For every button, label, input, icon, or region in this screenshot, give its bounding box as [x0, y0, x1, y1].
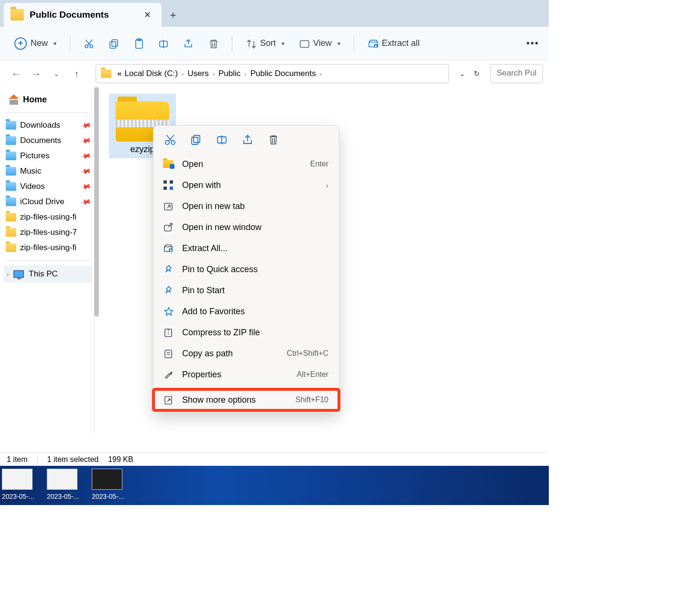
new-button[interactable]: + New ▾ — [10, 34, 61, 53]
svg-rect-11 — [194, 135, 200, 143]
menu-item-add-favorites[interactable]: Add to Favorites — [153, 301, 339, 322]
sidebar-item-documents[interactable]: Documents📌 — [4, 133, 92, 148]
view-button[interactable]: View ▾ — [294, 35, 345, 52]
sidebar-item-pictures[interactable]: Pictures📌 — [4, 148, 92, 164]
menu-label: Add to Favorites — [182, 307, 328, 317]
breadcrumb-segment[interactable]: Local Disk (C:) — [124, 69, 177, 78]
pin-icon: 📌 — [80, 119, 92, 132]
refresh-button[interactable]: ↻ — [474, 69, 480, 78]
menu-item-open-with[interactable]: Open with › — [153, 175, 339, 196]
menu-item-pin-start[interactable]: Pin to Start — [153, 280, 339, 301]
up-button[interactable]: ↑ — [70, 68, 83, 79]
menu-hint: Ctrl+Shift+C — [287, 349, 328, 358]
menu-item-show-more-options[interactable]: Show more options Shift+F10 — [153, 389, 339, 410]
paste-button[interactable] — [129, 35, 149, 52]
sidebar-label: Music — [20, 166, 41, 176]
menu-hint: Shift+F10 — [295, 396, 328, 404]
cut-button[interactable] — [164, 133, 176, 146]
menu-label: Open in new window — [182, 222, 328, 232]
folder-icon — [6, 243, 16, 252]
folder-icon — [6, 121, 16, 130]
address-bar[interactable]: « Local Disk (C:) › Users › Public › Pub… — [96, 64, 449, 83]
sidebar-item-videos[interactable]: Videos📌 — [4, 179, 92, 194]
rename-button[interactable] — [216, 133, 228, 146]
breadcrumb-segment[interactable]: Users — [187, 69, 208, 78]
taskbar-thumbnail[interactable] — [2, 469, 33, 490]
pin-icon: 📌 — [80, 196, 92, 208]
sidebar-home[interactable]: Home — [4, 92, 92, 108]
sidebar-item-folder[interactable]: zip-files-using-7 — [4, 225, 92, 240]
breadcrumb-segment[interactable]: Public Documents — [250, 69, 316, 78]
menu-item-open-new-tab[interactable]: Open in new tab — [153, 196, 339, 217]
view-label: View — [313, 38, 332, 48]
menu-item-open-new-window[interactable]: Open in new window — [153, 217, 339, 238]
extract-all-button[interactable]: Extract all — [363, 35, 425, 52]
chevron-right-icon: › — [181, 70, 185, 77]
sidebar-item-icloud[interactable]: iCloud Drive📌 — [4, 194, 92, 209]
recent-button[interactable]: ⌄ — [50, 70, 63, 77]
active-tab[interactable]: Public Documents ✕ — [4, 3, 162, 27]
menu-item-compress-zip[interactable]: Compress to ZIP file — [153, 322, 339, 343]
taskbar-thumbnail[interactable] — [92, 469, 122, 490]
menu-label: Pin to Quick access — [182, 264, 328, 275]
view-icon — [299, 38, 309, 49]
copy-path-icon — [163, 348, 174, 359]
menu-hint: Enter — [310, 160, 328, 168]
rename-icon — [158, 38, 169, 49]
add-tab-button[interactable]: ＋ — [162, 3, 185, 27]
tab-close-icon[interactable]: ✕ — [140, 10, 155, 20]
menu-label: Open with — [182, 180, 318, 190]
search-input[interactable]: Search Pul — [490, 64, 543, 83]
chevron-down-icon: ▾ — [282, 40, 284, 47]
chevron-right-icon: › — [326, 181, 328, 189]
delete-button[interactable] — [267, 133, 280, 146]
share-icon — [242, 134, 253, 145]
svg-rect-18 — [165, 350, 172, 358]
menu-label: Pin to Start — [182, 286, 328, 296]
breadcrumb-segment[interactable]: Public — [218, 69, 240, 78]
sidebar-item-thispc[interactable]: › This PC — [4, 265, 92, 283]
back-button[interactable]: ← — [10, 68, 23, 79]
svg-point-9 — [165, 141, 169, 144]
address-overflow: « — [117, 69, 121, 78]
sort-label: Sort — [260, 38, 276, 48]
home-icon — [9, 95, 19, 105]
copy-button[interactable] — [104, 35, 124, 52]
copy-icon — [109, 38, 119, 49]
menu-label: Show more options — [182, 395, 288, 405]
zip-icon — [163, 327, 174, 338]
folder-icon — [101, 69, 111, 78]
cut-button[interactable] — [79, 35, 99, 52]
menu-item-properties[interactable]: Properties Alt+Enter — [153, 364, 339, 385]
delete-button[interactable] — [203, 35, 223, 52]
sidebar-label: Documents — [20, 136, 61, 145]
copy-button[interactable] — [190, 133, 202, 146]
menu-item-pin-quick-access[interactable]: Pin to Quick access — [153, 259, 339, 280]
nav-row: ← → ⌄ ↑ « Local Disk (C:) › Users › Publ… — [0, 60, 549, 87]
forward-button[interactable]: → — [30, 68, 43, 79]
menu-item-copy-path[interactable]: Copy as path Ctrl+Shift+C — [153, 343, 339, 364]
sidebar-item-music[interactable]: Music📌 — [4, 164, 92, 179]
address-dropdown[interactable]: ⌄ — [459, 70, 465, 77]
taskbar-thumbnail[interactable] — [47, 469, 77, 490]
menu-item-open[interactable]: Open Enter — [153, 154, 339, 175]
more-options-button[interactable]: ••• — [526, 38, 539, 49]
sidebar-label: zip-files-using-fi — [20, 212, 76, 222]
folder-icon — [11, 9, 24, 21]
rename-button[interactable] — [153, 35, 174, 52]
menu-item-extract-all[interactable]: Extract All... — [153, 238, 339, 259]
clipboard-icon — [133, 38, 144, 49]
share-button[interactable] — [178, 35, 198, 52]
grid-apps-icon — [163, 180, 173, 190]
sidebar-label: Videos — [20, 182, 45, 191]
status-size: 199 KB — [108, 455, 133, 464]
folder-icon — [6, 182, 16, 191]
titlebar: Public Documents ✕ ＋ — [0, 0, 549, 27]
extract-icon — [368, 38, 378, 49]
share-button[interactable] — [241, 133, 254, 146]
sidebar-item-folder[interactable]: zip-files-using-fi — [4, 240, 92, 255]
sort-button[interactable]: Sort ▾ — [241, 35, 289, 52]
sidebar-item-downloads[interactable]: Downloads📌 — [4, 118, 92, 133]
chevron-down-icon: ▾ — [338, 40, 340, 47]
sidebar-item-folder[interactable]: zip-files-using-fi — [4, 209, 92, 225]
